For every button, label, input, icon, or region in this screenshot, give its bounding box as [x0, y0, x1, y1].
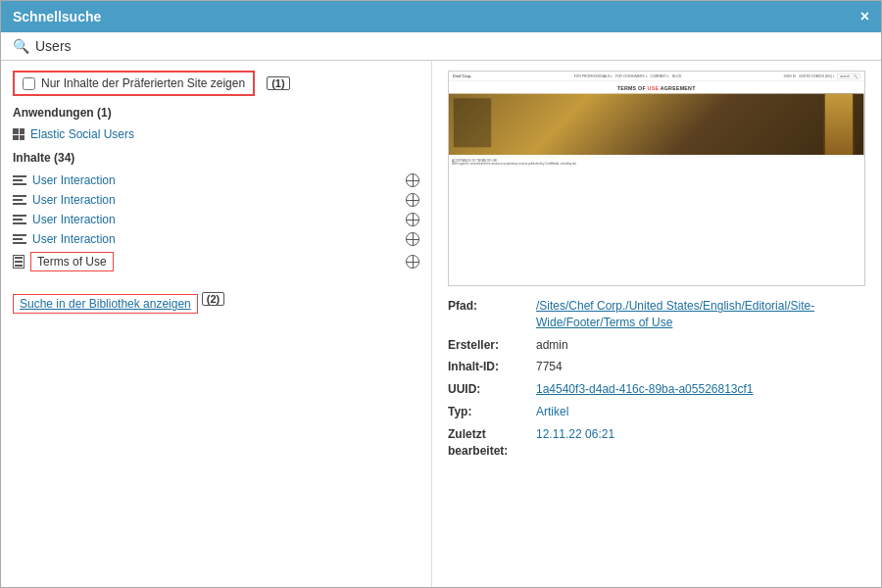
grid-icon: [13, 128, 24, 140]
globe-icon-0: [406, 173, 419, 187]
content-item-terms[interactable]: Terms of Use: [13, 249, 419, 274]
uuid-label: UUID:: [448, 381, 536, 398]
preview-page-title: TERMS OF USE AGREEMENT: [449, 85, 863, 91]
content-item-label-0: User Interaction: [32, 173, 116, 187]
dialog-header: Schnellsuche ×: [1, 1, 881, 32]
checkbox-row: Nur Inhalte der Präferierten Site zeigen…: [13, 71, 419, 96]
ersteller-value: admin: [536, 337, 865, 354]
meta-row-pfad: Pfad: /Sites/Chef Corp./United States/En…: [448, 298, 865, 331]
content-item-label-2: User Interaction: [32, 213, 116, 226]
list-icon-2: [13, 215, 26, 224]
typ-value: Artikel: [536, 404, 865, 420]
preview-nav: FOR PROFESSIONALS ▾ FOR CONSUMERS ▾ COMP…: [574, 74, 682, 78]
search-input[interactable]: [35, 38, 869, 54]
dialog-body: Nur Inhalte der Präferierten Site zeigen…: [1, 61, 881, 587]
metadata-table: Pfad: /Sites/Chef Corp./United States/En…: [448, 298, 865, 459]
typ-label: Typ:: [448, 404, 536, 420]
search-icon: 🔍: [13, 38, 29, 54]
pfad-value[interactable]: /Sites/Chef Corp./United States/English/…: [536, 298, 865, 331]
show-library-row: Suche in der Bibliothek anzeigen (2): [13, 284, 419, 314]
content-item-label-3: User Interaction: [32, 232, 116, 246]
meta-row-uuid: UUID: 1a4540f3-d4ad-416c-89ba-a05526813c…: [448, 381, 865, 398]
zuletzt-value: 12.11.22 06:21: [536, 426, 865, 460]
content-item-label-1: User Interaction: [32, 193, 116, 207]
schnellsuche-dialog: Schnellsuche × 🔍 Nur Inhalte der Präferi…: [0, 0, 882, 588]
content-item-1[interactable]: User Interaction: [13, 190, 419, 210]
content-item-2[interactable]: User Interaction: [13, 210, 419, 229]
checkbox-label: Nur Inhalte der Präferierten Site zeigen: [41, 76, 245, 90]
content-items-list: User Interaction User Interaction User I…: [13, 171, 419, 274]
inhalt-id-label: Inhalt-ID:: [448, 359, 536, 375]
app-item-label: Elastic Social Users: [30, 127, 134, 141]
content-item-0[interactable]: User Interaction: [13, 171, 419, 190]
preferred-site-checkbox[interactable]: [23, 77, 35, 90]
app-item-elastic-social-users[interactable]: Elastic Social Users: [13, 125, 419, 143]
preview-header: Chef Corp. FOR PROFESSIONALS ▾ FOR CONSU…: [449, 72, 863, 81]
ersteller-label: Ersteller:: [448, 337, 536, 354]
list-icon-1: [13, 195, 26, 205]
inhalt-id-value: 7754: [536, 359, 865, 375]
contents-section-title: Inhalte (34): [13, 151, 419, 165]
close-button[interactable]: ×: [860, 9, 869, 24]
list-icon: [13, 175, 26, 185]
show-library-link[interactable]: Suche in der Bibliothek anzeigen: [13, 294, 198, 314]
globe-icon-1: [406, 193, 419, 207]
preview-footer-text: ACCEPTANCE OF TERMS OF USE With regard t…: [449, 157, 863, 167]
doc-icon: [13, 255, 24, 269]
left-panel: Nur Inhalte der Präferierten Site zeigen…: [1, 61, 432, 587]
meta-row-typ: Typ: Artikel: [448, 404, 865, 420]
content-item-3[interactable]: User Interaction: [13, 229, 419, 249]
globe-icon-2: [406, 213, 419, 226]
pfad-label: Pfad:: [448, 298, 536, 331]
preview-logo: Chef Corp.: [453, 74, 472, 78]
meta-row-ersteller: Ersteller: admin: [448, 337, 865, 354]
terms-item-box: Terms of Use: [30, 252, 114, 271]
preview-building-image: [449, 94, 863, 155]
dialog-title: Schnellsuche: [13, 9, 101, 24]
meta-row-zuletzt: Zuletzt bearbeitet: 12.11.22 06:21: [448, 426, 865, 460]
annotation-badge-1: (1): [267, 76, 289, 90]
search-bar: 🔍: [1, 32, 881, 61]
annotation-badge-2: (2): [202, 292, 224, 306]
uuid-value[interactable]: 1a4540f3-d4ad-416c-89ba-a05526813cf1: [536, 381, 865, 398]
zuletzt-label: Zuletzt bearbeitet:: [448, 426, 536, 460]
list-icon-3: [13, 234, 26, 244]
globe-icon-3: [406, 232, 419, 246]
globe-icon-4: [406, 255, 419, 269]
preview-inner: Chef Corp. FOR PROFESSIONALS ▾ FOR CONSU…: [449, 72, 863, 285]
preview-box: Chef Corp. FOR PROFESSIONALS ▾ FOR CONSU…: [448, 71, 865, 286]
checkbox-border: Nur Inhalte der Präferierten Site zeigen: [13, 71, 255, 96]
applications-section-title: Anwendungen (1): [13, 106, 419, 120]
meta-row-inhalt-id: Inhalt-ID: 7754: [448, 359, 865, 375]
right-panel: Chef Corp. FOR PROFESSIONALS ▾ FOR CONSU…: [432, 61, 881, 587]
